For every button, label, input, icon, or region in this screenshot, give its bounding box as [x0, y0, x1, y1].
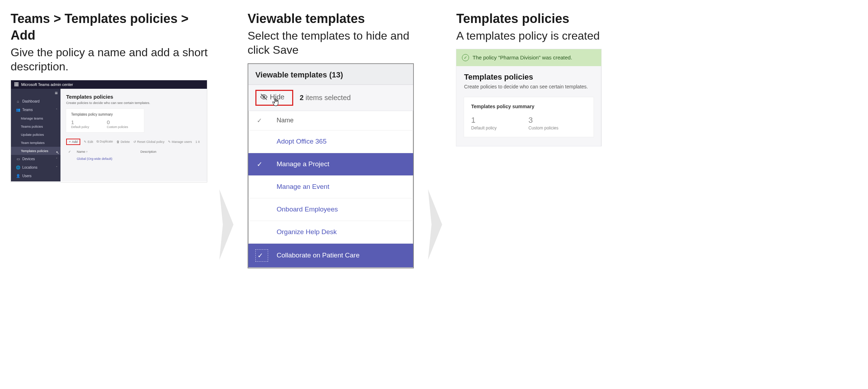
selection-count: 2 items selected	[300, 94, 351, 102]
nav-meetings[interactable]: 🗓Meetings˅	[11, 180, 60, 182]
panel-header: Viewable templates (13)	[248, 64, 413, 85]
step-2-subtitle: Select the templates to hide and click S…	[248, 29, 417, 57]
edit-button[interactable]: ✎ Edit	[84, 140, 93, 144]
plus-icon: +	[69, 140, 71, 144]
user-icon: 👤	[16, 174, 20, 178]
custom-count: 0	[107, 119, 128, 125]
manage-users-button[interactable]: ✎ Manage users	[168, 140, 192, 144]
col-name[interactable]: Name	[277, 117, 294, 124]
admin-center-screenshot: Microsoft Teams admin center ≡ ⌂Dashboar…	[11, 80, 207, 182]
step-1-panel: Teams > Templates policies > Add Give th…	[11, 11, 209, 182]
nav-dashboard[interactable]: ⌂Dashboard	[11, 97, 60, 106]
nav-users[interactable]: 👤Users	[11, 172, 60, 180]
main-content: Templates policies Create policies to de…	[60, 89, 207, 181]
hamburger-icon[interactable]: ≡	[11, 89, 60, 97]
viewable-templates-panel: Viewable templates (13) Hide 2 items sel…	[248, 63, 414, 268]
globe-icon: 🌐	[16, 166, 20, 170]
flow-arrow-icon	[428, 189, 446, 260]
step-3-panel: Templates policies A templates policy is…	[456, 11, 601, 146]
home-icon: ⌂	[16, 99, 20, 104]
row-name: Global (Org-wide default)	[77, 157, 137, 161]
device-icon: ▭	[16, 157, 20, 161]
banner-text: The policy "Pharma Division" was created…	[473, 54, 572, 60]
column-header: ✓ Name	[248, 111, 413, 130]
chevron-down-icon: ˅	[56, 157, 58, 161]
page-subtitle: Create policies to decide who can see ce…	[464, 84, 594, 89]
hide-button[interactable]: Hide	[255, 90, 293, 106]
command-bar: +Add ✎ Edit ⧉ Duplicate 🗑 Delete ↺ Reset…	[66, 139, 201, 145]
item-count: 1 it	[196, 140, 200, 144]
custom-label: Custom policies	[107, 125, 128, 129]
duplicate-button[interactable]: ⧉ Duplicate	[97, 140, 113, 144]
template-row[interactable]: ✓Collaborate on Patient Care	[248, 244, 413, 268]
nav-manage-teams[interactable]: Manage teams	[11, 114, 60, 122]
policies-table: ✓ Name ↑ Description Global (Org-wide de…	[66, 149, 201, 163]
flow-arrow-icon	[219, 189, 237, 260]
nav-team-templates[interactable]: Team templates	[11, 139, 60, 147]
template-row[interactable]: ✓Organize Help Desk	[248, 221, 413, 244]
app-title: Microsoft Teams admin center	[21, 82, 73, 87]
template-row[interactable]: ✓Adopt Office 365	[248, 130, 413, 153]
people-icon: 👥	[16, 108, 20, 112]
custom-label: Custom policies	[528, 126, 559, 130]
step-1-breadcrumb: Teams > Templates policies > Add	[11, 11, 209, 44]
waffle-icon[interactable]	[15, 82, 18, 86]
summary-title: Templates policy summary	[71, 112, 139, 116]
summary-title: Templates policy summary	[471, 104, 586, 109]
eye-slash-icon	[260, 93, 268, 101]
add-button[interactable]: +Add	[66, 139, 80, 145]
page-title: Templates policies	[464, 72, 594, 82]
col-name[interactable]: Name ↑	[77, 150, 137, 153]
col-description[interactable]: Description	[140, 150, 156, 153]
default-label: Default policy	[71, 125, 89, 129]
template-row[interactable]: ✓Onboard Employees	[248, 198, 413, 221]
hand-cursor-icon	[272, 98, 280, 109]
template-list: ✓Adopt Office 365 ✓Manage a Project ✓Man…	[248, 130, 413, 268]
nav-locations[interactable]: 🌐Locations˅	[11, 163, 60, 172]
step-1-subtitle: Give the policy a name and add a short d…	[11, 45, 209, 74]
nav-teams-policies[interactable]: Teams policies	[11, 122, 60, 130]
default-count: 1	[71, 119, 89, 125]
cursor-icon: ↖	[56, 150, 59, 155]
app-topbar: Microsoft Teams admin center	[11, 80, 207, 89]
table-row[interactable]: Global (Org-wide default)	[66, 155, 201, 163]
action-bar: Hide 2 items selected	[248, 85, 413, 111]
page-subtitle: Create policies to decide who can see ce…	[66, 101, 201, 105]
chevron-down-icon: ˅	[56, 166, 58, 169]
select-all-checkbox[interactable]: ✓	[68, 150, 73, 153]
checkmark-circle-icon: ✓	[462, 54, 469, 61]
default-count: 1	[471, 116, 497, 125]
left-nav: ≡ ⌂Dashboard 👥Teams˄ Manage teams Teams …	[11, 89, 60, 181]
default-label: Default policy	[471, 126, 497, 130]
svg-marker-3	[428, 189, 442, 260]
step-3-title: Templates policies	[456, 11, 601, 27]
summary-card: Templates policy summary 1 Default polic…	[464, 97, 594, 137]
step-2-panel: Viewable templates Select the templates …	[248, 11, 417, 268]
nav-templates-policies[interactable]: Templates policies ↖	[11, 147, 60, 155]
svg-marker-0	[219, 189, 233, 260]
nav-teams[interactable]: 👥Teams˄	[11, 106, 60, 114]
success-banner: ✓ The policy "Pharma Division" was creat…	[456, 49, 601, 66]
step-3-subtitle: A templates policy is created	[456, 29, 601, 43]
summary-card: Templates policy summary 1 Default polic…	[66, 109, 144, 132]
template-row[interactable]: ✓Manage an Event	[248, 176, 413, 198]
nav-devices[interactable]: ▭Devices˅	[11, 155, 60, 163]
template-row[interactable]: ✓Manage a Project	[248, 153, 413, 176]
page-title: Templates policies	[66, 94, 201, 100]
result-panel: ✓ The policy "Pharma Division" was creat…	[456, 49, 601, 146]
check-icon[interactable]: ✓	[257, 117, 267, 124]
custom-count: 3	[528, 116, 559, 125]
chevron-up-icon: ˄	[56, 108, 58, 112]
nav-update-policies[interactable]: Update policies	[11, 130, 60, 139]
delete-button[interactable]: 🗑 Delete	[116, 140, 130, 144]
step-2-title: Viewable templates	[248, 11, 417, 27]
reset-button[interactable]: ↺ Reset Global policy	[133, 140, 164, 144]
